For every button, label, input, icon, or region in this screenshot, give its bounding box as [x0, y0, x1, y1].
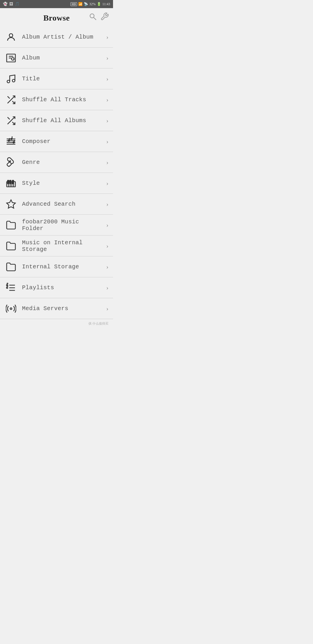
person-icon: [5, 31, 17, 44]
image-icon: 🖼: [9, 2, 13, 6]
status-left: 👻 🖼 🎵: [3, 2, 19, 6]
chevron-icon: ›: [106, 33, 108, 41]
media-servers-label: Media Servers: [22, 305, 104, 312]
chevron-icon: ›: [106, 242, 108, 250]
hd-badge: HD: [70, 2, 77, 6]
battery-icon: 🔋: [97, 2, 101, 6]
svg-line-15: [8, 117, 10, 120]
composer-icon: [5, 135, 17, 148]
chevron-icon: ›: [106, 54, 108, 62]
playlists-label: Playlists: [22, 284, 104, 291]
browse-item-album[interactable]: Album ›: [0, 48, 113, 68]
svg-point-2: [9, 34, 13, 37]
browse-item-title[interactable]: Title ›: [0, 68, 113, 89]
status-bar: 👻 🖼 🎵 HD 📶 📡 32% 🔋 11:43: [0, 0, 113, 8]
search-icon[interactable]: [89, 12, 97, 22]
chevron-icon: ›: [106, 159, 108, 166]
svg-point-26: [10, 161, 11, 162]
svg-marker-35: [7, 200, 15, 208]
folder-foobar-icon: [5, 219, 17, 231]
album-icon: [5, 52, 17, 64]
advanced-search-label: Advanced Search: [22, 201, 104, 207]
battery-text: 32%: [89, 2, 96, 6]
wifi-icon: 📶: [78, 2, 83, 6]
folder-music-icon: [5, 240, 17, 252]
browse-item-foobar-folder[interactable]: foobar2000 Music Folder ›: [0, 215, 113, 236]
chevron-icon: ›: [106, 263, 108, 271]
star-icon: [5, 198, 17, 211]
svg-rect-33: [10, 180, 11, 184]
watermark: 俱 什么值得买: [0, 319, 113, 328]
svg-point-8: [7, 80, 10, 83]
browse-item-advanced-search[interactable]: Advanced Search ›: [0, 194, 113, 215]
shuffle-albums-label: Shuffle All Albums: [22, 117, 104, 124]
style-label: Style: [22, 180, 104, 187]
status-right: HD 📶 📡 32% 🔋 11:43: [70, 2, 110, 6]
guitar-icon: [5, 156, 17, 169]
music-icon: 🎵: [15, 2, 19, 6]
piano-icon: [5, 177, 17, 190]
page-title: Browse: [43, 13, 70, 23]
album-label: Album: [22, 55, 104, 61]
browse-item-playlists[interactable]: Playlists ›: [0, 277, 113, 298]
album-artist-label: Album Artist / Album: [22, 34, 104, 40]
wrench-icon[interactable]: [100, 12, 109, 23]
internal-storage-label: Internal Storage: [22, 263, 104, 270]
chevron-icon: ›: [106, 305, 108, 312]
browse-item-composer[interactable]: Composer ›: [0, 131, 113, 152]
chevron-icon: ›: [106, 75, 108, 83]
browse-item-shuffle-albums[interactable]: Shuffle All Albums ›: [0, 110, 113, 131]
folder-storage-icon: [5, 261, 17, 273]
chevron-icon: ›: [106, 200, 108, 208]
chevron-icon: ›: [106, 180, 108, 187]
browse-item-media-servers[interactable]: Media Servers ›: [0, 298, 113, 319]
browse-list: Album Artist / Album › Album › Title ›: [0, 27, 113, 319]
browse-item-internal-storage[interactable]: Internal Storage ›: [0, 256, 113, 277]
clock: 11:43: [102, 2, 110, 6]
browse-item-style[interactable]: Style ›: [0, 173, 113, 194]
ghost-icon: 👻: [3, 2, 8, 6]
composer-label: Composer: [22, 138, 104, 145]
svg-rect-32: [8, 180, 9, 184]
chevron-icon: ›: [106, 117, 108, 124]
title-label: Title: [22, 75, 104, 82]
internal-storage-music-label: Music on Internal Storage: [22, 239, 104, 253]
chevron-icon: ›: [106, 284, 108, 292]
svg-point-45: [10, 308, 12, 310]
browse-item-album-artist[interactable]: Album Artist / Album ›: [0, 27, 113, 48]
shuffle-tracks-label: Shuffle All Tracks: [22, 96, 104, 103]
svg-line-12: [8, 96, 10, 99]
header: Browse: [0, 8, 113, 27]
foobar-folder-label: foobar2000 Music Folder: [22, 218, 104, 232]
svg-line-1: [94, 18, 96, 20]
svg-rect-34: [12, 180, 14, 184]
signal-icon: 📡: [84, 2, 88, 6]
playlist-icon: [5, 281, 17, 294]
chevron-icon: ›: [106, 138, 108, 145]
shuffle-tracks-icon: [5, 93, 17, 106]
browse-item-internal-storage-music[interactable]: Music on Internal Storage ›: [0, 236, 113, 256]
broadcast-icon: [5, 302, 17, 315]
header-actions: [89, 12, 109, 23]
shuffle-albums-icon: [5, 114, 17, 127]
svg-point-0: [90, 14, 94, 18]
music-note-icon: [5, 73, 17, 85]
chevron-icon: ›: [106, 96, 108, 104]
chevron-icon: ›: [106, 221, 108, 229]
svg-point-9: [12, 79, 15, 82]
browse-item-genre[interactable]: Genre ›: [0, 152, 113, 173]
genre-label: Genre: [22, 159, 104, 166]
browse-item-shuffle-tracks[interactable]: Shuffle All Tracks ›: [0, 89, 113, 110]
svg-point-42: [6, 287, 8, 288]
